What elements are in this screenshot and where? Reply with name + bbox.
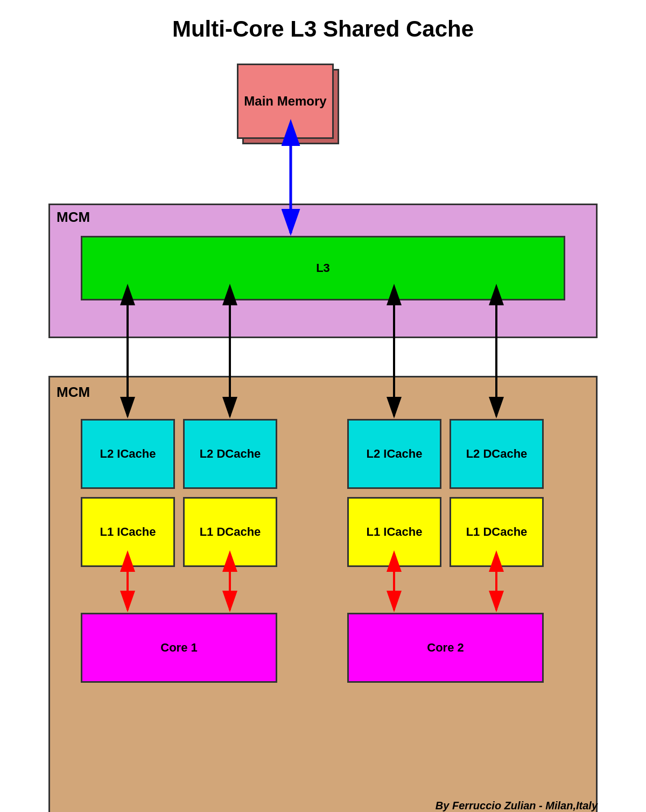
main-memory-box: Main Memory [237, 64, 334, 139]
core1-box: Core 1 [81, 613, 277, 683]
core2-box: Core 2 [347, 613, 544, 683]
mcm-bottom-label: MCM [57, 384, 90, 401]
mcm-top-label: MCM [57, 209, 90, 226]
l3-cache-box: L3 [81, 236, 565, 300]
l1-icache-left: L1 ICache [81, 497, 175, 567]
l1-dcache-right: L1 DCache [450, 497, 544, 567]
footer-text: By Ferruccio Zulian - Milan,Italy [436, 800, 598, 812]
l1-icache-right: L1 ICache [347, 497, 441, 567]
l2-dcache-left: L2 DCache [183, 419, 277, 489]
l1-dcache-left: L1 DCache [183, 497, 277, 567]
l2-icache-right: L2 ICache [347, 419, 441, 489]
l2-icache-left: L2 ICache [81, 419, 175, 489]
page-title: Multi-Core L3 Shared Cache [0, 0, 646, 53]
l2-dcache-right: L2 DCache [450, 419, 544, 489]
